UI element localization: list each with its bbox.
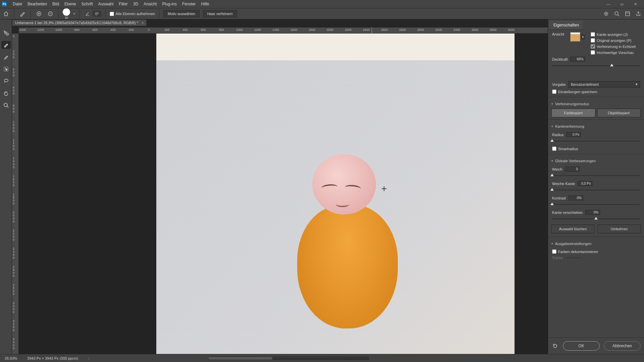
brush-tool-icon[interactable]	[18, 10, 26, 18]
home-icon[interactable]	[2, 10, 10, 18]
menu-window[interactable]: Fenster	[179, 0, 199, 8]
zoom-readout[interactable]: 26,93%	[5, 356, 17, 360]
show-edge-checkbox[interactable]: Kante anzeigen (J)	[591, 32, 640, 37]
chevron-down-icon: ▾	[636, 82, 638, 86]
image-subject	[297, 154, 398, 335]
zoom-tool-icon[interactable]	[1, 101, 11, 109]
menu-image[interactable]: Bild	[50, 0, 62, 8]
hand-tool-icon[interactable]	[1, 89, 11, 97]
cloud-docs-icon[interactable]	[602, 10, 610, 17]
object-select-tool-icon[interactable]	[1, 65, 11, 73]
realtime-refine-checkbox[interactable]: Verfeinerung in Echtzeit	[591, 44, 640, 49]
opacity-label: Deckkraft	[552, 57, 568, 61]
show-original-checkbox[interactable]: Original anzeigen (P)	[591, 38, 640, 43]
smooth-slider[interactable]	[552, 174, 640, 177]
shift-edge-slider[interactable]	[552, 217, 640, 221]
svg-point-3	[606, 13, 607, 14]
workspace-icon[interactable]	[624, 10, 631, 17]
window-maximize-icon[interactable]: ▭	[615, 0, 629, 8]
smooth-label: Weich	[552, 167, 562, 171]
toolbox	[0, 19, 12, 354]
horizontal-scrollbar[interactable]	[208, 357, 369, 360]
menu-layer[interactable]: Ebene	[62, 0, 79, 8]
feather-value[interactable]: 0,0 Px	[578, 181, 592, 186]
view-mode-thumbnail[interactable]	[570, 32, 580, 42]
global-refinements-section[interactable]: ▾Globale Verbesserungen	[548, 156, 644, 166]
shift-edge-value[interactable]: 0%	[585, 210, 600, 215]
amount-label: Stärke	[552, 256, 563, 260]
radius-value[interactable]: 0 Px	[566, 132, 581, 137]
opacity-value[interactable]: 68%	[570, 57, 585, 62]
document-canvas[interactable]	[156, 34, 515, 354]
sample-all-layers-checkbox[interactable]: Alle Ebenen aufnehmen	[110, 12, 155, 16]
properties-tab[interactable]: Eigenschaften	[549, 21, 583, 30]
output-settings-section[interactable]: ▾Ausgabeeinstellungen	[548, 239, 644, 248]
smooth-value[interactable]: 0	[565, 167, 580, 172]
menu-plugins[interactable]: Plug-ins	[160, 0, 179, 8]
refine-edge-brush-tool-icon[interactable]	[1, 41, 11, 49]
chevron-down-icon[interactable]: ▾	[73, 12, 75, 15]
opacity-slider[interactable]	[552, 64, 640, 67]
document-tab[interactable]: Unbenannt-1 bei 26,9% (3865a59347e7a5d3d…	[12, 19, 147, 26]
canvas-stage: -1400-1200-1000-800-600-400-200020040060…	[12, 19, 548, 354]
menu-view[interactable]: Ansicht	[141, 0, 159, 8]
feather-slider[interactable]	[552, 188, 640, 192]
quick-select-tool-icon[interactable]	[1, 29, 11, 37]
contrast-value[interactable]: 0%	[569, 195, 583, 200]
close-tab-icon[interactable]: ×	[142, 21, 144, 25]
object-aware-button[interactable]: Objektbasiert	[597, 109, 641, 117]
edge-detection-section[interactable]: ▾Kantenerkennung	[548, 122, 644, 131]
invert-button[interactable]: Umkehren	[598, 225, 641, 233]
contrast-label: Kontrast	[552, 196, 566, 200]
search-icon[interactable]	[613, 10, 621, 17]
brush-tool-icon-2[interactable]	[1, 53, 11, 61]
brush-preview-icon[interactable]	[63, 8, 70, 16]
window-close-icon[interactable]: ✕	[629, 0, 642, 8]
ok-button[interactable]: OK	[563, 341, 600, 351]
menubar: Ps Datei Bearbeiten Bild Ebene Schrift A…	[0, 0, 644, 8]
clear-selection-button[interactable]: Auswahl löschen	[551, 225, 594, 233]
menu-filter[interactable]: Filter	[116, 0, 130, 8]
add-to-selection-icon[interactable]	[35, 10, 43, 18]
menu-type[interactable]: Schrift	[79, 0, 96, 8]
status-bar: 26,93% 3943 Px × 3943 Px (300 ppcm) ›	[0, 354, 644, 362]
view-mode-dropdown-icon[interactable]: ▾	[581, 35, 585, 39]
lasso-tool-icon[interactable]	[1, 77, 11, 85]
canvas-viewport[interactable]	[19, 34, 548, 354]
save-settings-checkbox[interactable]: Einstellungen speichern	[552, 89, 640, 94]
color-aware-button[interactable]: Farbbasiert	[551, 109, 595, 117]
svg-point-6	[6, 33, 8, 35]
menu-select[interactable]: Auswahl	[96, 0, 116, 8]
decontaminate-colors-checkbox[interactable]: Farben dekontaminieren	[552, 249, 640, 254]
window-minimize-icon[interactable]: —	[602, 0, 615, 8]
feather-label: Weiche Kante	[552, 182, 575, 186]
menu-3d[interactable]: 3D	[130, 0, 141, 8]
menu-help[interactable]: Hilfe	[199, 0, 212, 8]
angle-icon[interactable]	[84, 10, 92, 18]
subtract-from-selection-icon[interactable]	[46, 10, 54, 18]
radius-label: Radius	[552, 133, 564, 137]
ruler-indicator	[372, 27, 372, 34]
document-tab-title: Unbenannt-1 bei 26,9% (3865a59347e7a5d3d…	[15, 21, 138, 25]
svg-point-8	[4, 103, 7, 107]
angle-value[interactable]: 0°	[93, 11, 101, 16]
hq-preview-checkbox[interactable]: Hochwertige Vorschau	[591, 50, 640, 55]
app-icon: Ps	[2, 2, 7, 6]
refine-mode-section[interactable]: ▾Verfeinerungsmodus	[548, 99, 644, 109]
cancel-button[interactable]: Abbrechen	[604, 341, 641, 351]
preset-dropdown[interactable]: Benutzerdefiniert▾	[569, 81, 640, 87]
reset-icon[interactable]	[551, 342, 559, 350]
share-icon[interactable]	[635, 10, 642, 17]
info-chevron-icon[interactable]: ›	[88, 356, 90, 360]
refine-hair-button[interactable]: Haar verfeinern	[203, 10, 237, 17]
select-subject-button[interactable]: Motiv auswählen	[163, 10, 200, 17]
doc-info-readout[interactable]: 3943 Px × 3943 Px (300 ppcm)	[27, 356, 78, 360]
view-label: Ansicht	[552, 32, 564, 36]
vertical-ruler: 0200400600800100012001400160018002000220…	[12, 34, 19, 354]
smart-radius-checkbox[interactable]: Smartradius	[552, 146, 640, 151]
contrast-slider[interactable]	[552, 203, 640, 206]
properties-panel: Eigenschaften Ansicht ▾ Kante anzeigen (…	[548, 19, 644, 354]
radius-slider[interactable]	[552, 139, 640, 143]
menu-edit[interactable]: Bearbeiten	[25, 0, 50, 8]
menu-file[interactable]: Datei	[10, 0, 25, 8]
